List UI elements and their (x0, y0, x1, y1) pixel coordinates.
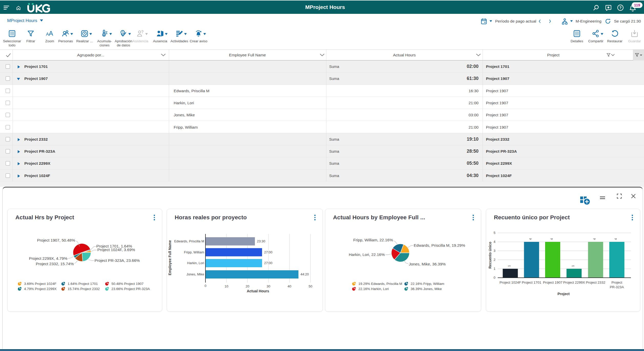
svg-text:0: 0 (494, 276, 495, 280)
svg-text:3.69% Project 1024F: 3.69% Project 1024F (24, 282, 56, 286)
svg-text:Edwards, Priscilla M, 19.29%: Edwards, Priscilla M, 19.29% (414, 243, 465, 247)
svg-text:Harkin, Lori: Harkin, Lori (187, 261, 204, 265)
svg-text:Employee Full Name: Employee Full Name (168, 240, 172, 275)
svg-text:22.16% Harkin, Lori: 22.16% Harkin, Lori (358, 287, 389, 291)
svg-text:36.39% Jones, Mike: 36.39% Jones, Mike (411, 287, 442, 291)
svg-text:22.16% Fripp, William: 22.16% Fripp, William (411, 282, 444, 286)
svg-text:Jones, Mike: Jones, Mike (186, 272, 204, 276)
svg-text:20: 20 (246, 284, 249, 288)
svg-text:4: 4 (614, 238, 618, 240)
svg-text:PR-323A: PR-323A (610, 285, 624, 289)
svg-text:4: 4 (528, 238, 532, 240)
svg-text:5: 5 (494, 231, 495, 235)
svg-text:Edwards, Priscilla M: Edwards, Priscilla M (174, 239, 204, 243)
svg-text:1: 1 (494, 267, 495, 271)
svg-text:Project 1701: Project 1701 (522, 281, 541, 284)
svg-text:Project: Project (611, 281, 622, 284)
svg-text:Fripp, William: Fripp, William (184, 250, 204, 254)
svg-text:40: 40 (288, 284, 291, 288)
svg-text:Actual Hours: Actual Hours (247, 289, 269, 293)
svg-text:Fripp, William, 22.16%: Fripp, William, 22.16% (353, 238, 393, 242)
svg-text:27:00: 27:00 (264, 261, 273, 265)
svg-text:3: 3 (494, 249, 495, 253)
svg-text:50: 50 (309, 284, 312, 288)
svg-text:10: 10 (225, 284, 228, 288)
svg-text:4: 4 (550, 238, 554, 240)
svg-text:27:00: 27:00 (264, 250, 273, 254)
svg-text:44:20: 44:20 (300, 272, 309, 276)
svg-text:Project 2299X: Project 2299X (563, 281, 585, 284)
svg-text:1: 1 (571, 265, 575, 267)
svg-text:Recuento único: Recuento único (488, 242, 492, 269)
svg-text:Project PR-323A, 23.66%: Project PR-323A, 23.66% (95, 258, 140, 263)
svg-text:23.66% Project PR-323A: 23.66% Project PR-323A (111, 287, 150, 291)
svg-text:2: 2 (494, 258, 495, 262)
svg-text:4: 4 (494, 240, 495, 244)
svg-text:Project 1907, 50.48%: Project 1907, 50.48% (37, 238, 75, 242)
svg-text:50.48% Project 1907: 50.48% Project 1907 (111, 282, 143, 286)
svg-text:Harkin, Lori, 22.16%: Harkin, Lori, 22.16% (349, 252, 385, 257)
svg-text:Project 1024F, 3.69%: Project 1024F, 3.69% (97, 247, 135, 252)
svg-text:Jones, Mike, 36.39%: Jones, Mike, 36.39% (409, 262, 446, 266)
svg-text:19.29% Edwards, Priscilla M: 19.29% Edwards, Priscilla M (358, 282, 402, 286)
svg-text:1: 1 (507, 265, 511, 267)
svg-text:Project 2332: Project 2332 (586, 281, 605, 284)
svg-text:1.64% Project 1701: 1.64% Project 1701 (68, 282, 98, 286)
svg-text:?: ? (619, 6, 622, 10)
svg-text:Project 2332, 15.74%: Project 2332, 15.74% (36, 262, 74, 266)
svg-text:Project 1024F: Project 1024F (500, 281, 521, 284)
svg-text:23:30: 23:30 (257, 239, 265, 243)
svg-text:Project 1907: Project 1907 (543, 281, 563, 284)
svg-text:15.74% Project 2332: 15.74% Project 2332 (68, 287, 100, 291)
svg-text:?: ? (141, 30, 144, 34)
svg-text:Project: Project (557, 292, 570, 296)
svg-text:0: 0 (204, 284, 206, 288)
svg-text:30: 30 (267, 284, 270, 288)
svg-text:4: 4 (593, 238, 596, 240)
svg-text:4.79% Project 2299X: 4.79% Project 2299X (24, 287, 57, 291)
svg-text:Project 2299X, 4.79%: Project 2299X, 4.79% (29, 256, 67, 261)
